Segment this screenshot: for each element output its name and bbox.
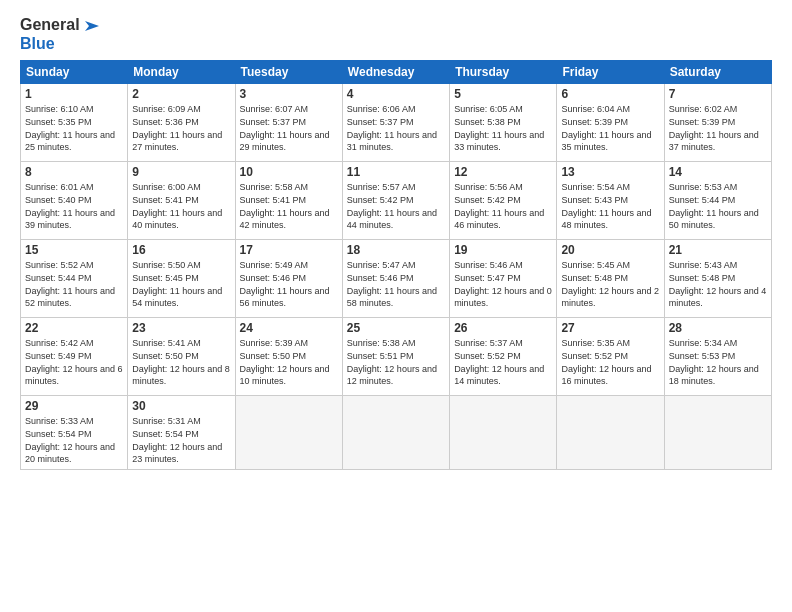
calendar-cell: 29 Sunrise: 5:33 AM Sunset: 5:54 PM Dayl… [21,396,128,469]
calendar-cell: 2 Sunrise: 6:09 AM Sunset: 5:36 PM Dayli… [128,84,235,162]
day-info: Sunrise: 5:37 AM Sunset: 5:52 PM Dayligh… [454,337,552,387]
day-info: Sunrise: 5:41 AM Sunset: 5:50 PM Dayligh… [132,337,230,387]
day-info: Sunrise: 6:10 AM Sunset: 5:35 PM Dayligh… [25,103,123,153]
day-info: Sunrise: 5:57 AM Sunset: 5:42 PM Dayligh… [347,181,445,231]
day-info: Sunrise: 5:38 AM Sunset: 5:51 PM Dayligh… [347,337,445,387]
day-number: 8 [25,165,123,179]
day-number: 3 [240,87,338,101]
weekday-header-wednesday: Wednesday [342,61,449,84]
day-number: 5 [454,87,552,101]
day-number: 23 [132,321,230,335]
calendar-cell: 3 Sunrise: 6:07 AM Sunset: 5:37 PM Dayli… [235,84,342,162]
calendar-week-4: 22 Sunrise: 5:42 AM Sunset: 5:49 PM Dayl… [21,318,772,396]
weekday-header-monday: Monday [128,61,235,84]
day-number: 10 [240,165,338,179]
day-number: 2 [132,87,230,101]
calendar-table: SundayMondayTuesdayWednesdayThursdayFrid… [20,60,772,469]
logo-general: General [20,16,80,33]
day-number: 25 [347,321,445,335]
calendar-cell: 25 Sunrise: 5:38 AM Sunset: 5:51 PM Dayl… [342,318,449,396]
calendar-cell [557,396,664,469]
calendar-cell [450,396,557,469]
day-number: 18 [347,243,445,257]
day-number: 26 [454,321,552,335]
calendar-cell: 28 Sunrise: 5:34 AM Sunset: 5:53 PM Dayl… [664,318,771,396]
day-info: Sunrise: 5:47 AM Sunset: 5:46 PM Dayligh… [347,259,445,309]
day-number: 29 [25,399,123,413]
calendar-cell: 18 Sunrise: 5:47 AM Sunset: 5:46 PM Dayl… [342,240,449,318]
day-number: 1 [25,87,123,101]
calendar-cell: 4 Sunrise: 6:06 AM Sunset: 5:37 PM Dayli… [342,84,449,162]
calendar-week-5: 29 Sunrise: 5:33 AM Sunset: 5:54 PM Dayl… [21,396,772,469]
page: General Blue SundayMondayTuesdayWednesda… [0,0,792,612]
calendar-cell: 15 Sunrise: 5:52 AM Sunset: 5:44 PM Dayl… [21,240,128,318]
day-number: 21 [669,243,767,257]
logo: General Blue [20,16,99,52]
calendar-cell: 19 Sunrise: 5:46 AM Sunset: 5:47 PM Dayl… [450,240,557,318]
day-number: 15 [25,243,123,257]
day-info: Sunrise: 6:02 AM Sunset: 5:39 PM Dayligh… [669,103,767,153]
day-info: Sunrise: 5:50 AM Sunset: 5:45 PM Dayligh… [132,259,230,309]
calendar-week-2: 8 Sunrise: 6:01 AM Sunset: 5:40 PM Dayli… [21,162,772,240]
day-number: 30 [132,399,230,413]
day-info: Sunrise: 5:31 AM Sunset: 5:54 PM Dayligh… [132,415,230,465]
logo-bird-icon [81,17,99,35]
day-number: 13 [561,165,659,179]
day-info: Sunrise: 6:01 AM Sunset: 5:40 PM Dayligh… [25,181,123,231]
day-number: 9 [132,165,230,179]
weekday-header-friday: Friday [557,61,664,84]
day-number: 27 [561,321,659,335]
day-number: 12 [454,165,552,179]
day-info: Sunrise: 5:58 AM Sunset: 5:41 PM Dayligh… [240,181,338,231]
calendar-cell: 30 Sunrise: 5:31 AM Sunset: 5:54 PM Dayl… [128,396,235,469]
calendar-week-1: 1 Sunrise: 6:10 AM Sunset: 5:35 PM Dayli… [21,84,772,162]
day-info: Sunrise: 5:35 AM Sunset: 5:52 PM Dayligh… [561,337,659,387]
calendar-cell: 1 Sunrise: 6:10 AM Sunset: 5:35 PM Dayli… [21,84,128,162]
calendar-cell: 27 Sunrise: 5:35 AM Sunset: 5:52 PM Dayl… [557,318,664,396]
calendar-cell: 17 Sunrise: 5:49 AM Sunset: 5:46 PM Dayl… [235,240,342,318]
day-info: Sunrise: 6:00 AM Sunset: 5:41 PM Dayligh… [132,181,230,231]
day-info: Sunrise: 6:06 AM Sunset: 5:37 PM Dayligh… [347,103,445,153]
day-number: 17 [240,243,338,257]
day-info: Sunrise: 6:07 AM Sunset: 5:37 PM Dayligh… [240,103,338,153]
calendar-cell: 10 Sunrise: 5:58 AM Sunset: 5:41 PM Dayl… [235,162,342,240]
day-info: Sunrise: 5:54 AM Sunset: 5:43 PM Dayligh… [561,181,659,231]
weekday-header-saturday: Saturday [664,61,771,84]
calendar-week-3: 15 Sunrise: 5:52 AM Sunset: 5:44 PM Dayl… [21,240,772,318]
day-info: Sunrise: 6:05 AM Sunset: 5:38 PM Dayligh… [454,103,552,153]
day-info: Sunrise: 5:34 AM Sunset: 5:53 PM Dayligh… [669,337,767,387]
day-number: 28 [669,321,767,335]
calendar-cell: 24 Sunrise: 5:39 AM Sunset: 5:50 PM Dayl… [235,318,342,396]
calendar-cell: 8 Sunrise: 6:01 AM Sunset: 5:40 PM Dayli… [21,162,128,240]
day-info: Sunrise: 5:39 AM Sunset: 5:50 PM Dayligh… [240,337,338,387]
calendar-cell [235,396,342,469]
day-number: 19 [454,243,552,257]
calendar-cell: 7 Sunrise: 6:02 AM Sunset: 5:39 PM Dayli… [664,84,771,162]
day-info: Sunrise: 5:42 AM Sunset: 5:49 PM Dayligh… [25,337,123,387]
day-info: Sunrise: 5:56 AM Sunset: 5:42 PM Dayligh… [454,181,552,231]
calendar-cell: 14 Sunrise: 5:53 AM Sunset: 5:44 PM Dayl… [664,162,771,240]
calendar-cell: 12 Sunrise: 5:56 AM Sunset: 5:42 PM Dayl… [450,162,557,240]
day-info: Sunrise: 5:49 AM Sunset: 5:46 PM Dayligh… [240,259,338,309]
calendar-cell: 26 Sunrise: 5:37 AM Sunset: 5:52 PM Dayl… [450,318,557,396]
day-info: Sunrise: 6:04 AM Sunset: 5:39 PM Dayligh… [561,103,659,153]
header: General Blue [20,16,772,52]
day-number: 20 [561,243,659,257]
calendar-cell: 16 Sunrise: 5:50 AM Sunset: 5:45 PM Dayl… [128,240,235,318]
svg-marker-0 [85,21,99,31]
calendar-cell: 11 Sunrise: 5:57 AM Sunset: 5:42 PM Dayl… [342,162,449,240]
day-number: 7 [669,87,767,101]
day-number: 14 [669,165,767,179]
logo-blue: Blue [20,35,55,52]
calendar-cell: 22 Sunrise: 5:42 AM Sunset: 5:49 PM Dayl… [21,318,128,396]
day-number: 4 [347,87,445,101]
weekday-header-sunday: Sunday [21,61,128,84]
day-info: Sunrise: 5:53 AM Sunset: 5:44 PM Dayligh… [669,181,767,231]
day-number: 6 [561,87,659,101]
day-info: Sunrise: 5:46 AM Sunset: 5:47 PM Dayligh… [454,259,552,309]
weekday-header-tuesday: Tuesday [235,61,342,84]
calendar-cell: 13 Sunrise: 5:54 AM Sunset: 5:43 PM Dayl… [557,162,664,240]
calendar-cell: 6 Sunrise: 6:04 AM Sunset: 5:39 PM Dayli… [557,84,664,162]
calendar-cell: 9 Sunrise: 6:00 AM Sunset: 5:41 PM Dayli… [128,162,235,240]
day-info: Sunrise: 5:43 AM Sunset: 5:48 PM Dayligh… [669,259,767,309]
